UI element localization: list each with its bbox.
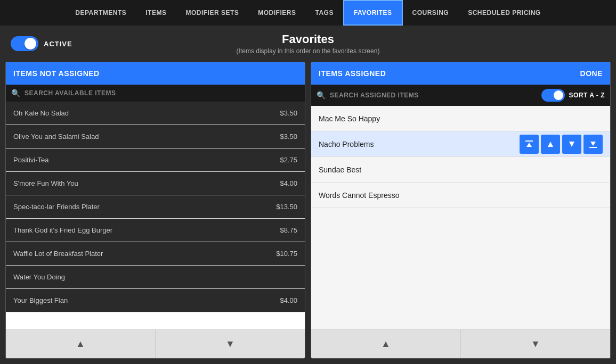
toggle-knob bbox=[25, 38, 36, 49]
svg-rect-5 bbox=[589, 147, 597, 148]
item-name: Positivi-Tea bbox=[13, 156, 48, 164]
done-button[interactable]: DONE bbox=[580, 69, 603, 78]
assigned-list-item[interactable]: Sundae Best bbox=[311, 157, 610, 183]
assigned-scroll-down-button[interactable] bbox=[461, 330, 610, 358]
assigned-footer bbox=[311, 329, 610, 358]
search-assigned-input[interactable] bbox=[330, 92, 537, 99]
list-item[interactable]: Water You Doing bbox=[6, 266, 305, 289]
not-assigned-header: ITEMS NOT ASSIGNED bbox=[6, 62, 305, 85]
list-item[interactable]: S'more Fun With You $4.00 bbox=[6, 172, 305, 195]
not-assigned-search-bar: 🔍 bbox=[6, 85, 305, 102]
svg-rect-0 bbox=[525, 140, 533, 142]
page-title: Favorites bbox=[237, 32, 380, 46]
item-name: Oh Kale No Salad bbox=[13, 109, 69, 117]
nav-departments[interactable]: DEPARTMENTS bbox=[66, 0, 136, 26]
item-price: $13.50 bbox=[276, 203, 297, 211]
main-content: ITEMS NOT ASSIGNED 🔍 Oh Kale No Salad $3… bbox=[0, 62, 616, 364]
item-name: S'more Fun With You bbox=[13, 179, 78, 187]
item-name: Waffle Lot of Breakfast Plater bbox=[13, 250, 103, 258]
item-price: $3.50 bbox=[280, 109, 297, 117]
item-name: Your Biggest Flan bbox=[13, 296, 68, 304]
assigned-list-item[interactable]: Nacho Problems bbox=[311, 131, 610, 157]
item-price: $3.50 bbox=[280, 133, 297, 140]
not-assigned-title: ITEMS NOT ASSIGNED bbox=[13, 69, 100, 78]
assigned-list-item[interactable]: Words Cannot Espresso bbox=[311, 183, 610, 208]
sort-toggle[interactable] bbox=[541, 89, 565, 102]
item-price: $4.00 bbox=[280, 296, 297, 304]
sort-toggle-knob bbox=[554, 90, 563, 100]
svg-marker-2 bbox=[548, 142, 553, 147]
assigned-panel: ITEMS ASSIGNED DONE 🔍 SORT A - Z Mac Me … bbox=[311, 62, 611, 359]
list-item[interactable]: Your Biggest Flan $4.00 bbox=[6, 289, 305, 312]
assigned-item-name: Mac Me So Happy bbox=[319, 114, 380, 123]
list-item[interactable]: Thank God it's Fried Egg Burger $8.75 bbox=[6, 219, 305, 242]
svg-marker-4 bbox=[590, 142, 596, 146]
item-name: Spec-taco-lar Friends Plater bbox=[13, 203, 100, 211]
active-toggle-wrap[interactable]: ACTIVE bbox=[11, 36, 72, 51]
nav-scheduled-pricing[interactable]: SCHEDULED PRICING bbox=[458, 0, 550, 26]
top-navigation: DEPARTMENTS ITEMS MODIFIER SETS MODIFIER… bbox=[0, 0, 616, 26]
nav-modifier-sets[interactable]: MODIFIER SETS bbox=[176, 0, 248, 26]
nav-modifiers[interactable]: MODIFIERS bbox=[248, 0, 305, 26]
nav-tags[interactable]: TAGS bbox=[305, 0, 343, 26]
page-subtitle: (Items display in this order on the favo… bbox=[237, 47, 380, 55]
not-assigned-list: Oh Kale No Salad $3.50 Olive You and Sal… bbox=[6, 102, 305, 329]
not-assigned-footer bbox=[6, 329, 305, 358]
header-center: Favorites (Items display in this order o… bbox=[237, 32, 380, 55]
list-item[interactable]: Oh Kale No Salad $3.50 bbox=[6, 102, 305, 125]
assigned-header: ITEMS ASSIGNED DONE bbox=[311, 62, 610, 85]
search-assigned-icon: 🔍 bbox=[317, 91, 326, 100]
nav-favorites[interactable]: FAVORITES bbox=[343, 0, 403, 26]
list-item[interactable]: Waffle Lot of Breakfast Plater $10.75 bbox=[6, 242, 305, 266]
scroll-up-button[interactable] bbox=[6, 330, 156, 358]
page-header: ACTIVE Favorites (Items display in this … bbox=[0, 26, 616, 62]
search-icon: 🔍 bbox=[11, 89, 20, 97]
row-actions bbox=[520, 135, 603, 154]
list-item[interactable]: Positivi-Tea $2.75 bbox=[6, 148, 305, 172]
item-name: Water You Doing bbox=[13, 273, 65, 281]
sort-label: SORT A - Z bbox=[569, 92, 605, 99]
assigned-item-name: Nacho Problems bbox=[319, 140, 374, 148]
assigned-title: ITEMS ASSIGNED bbox=[319, 69, 386, 78]
item-price: $10.75 bbox=[276, 250, 297, 258]
header-left: ACTIVE bbox=[11, 36, 72, 51]
assigned-scroll-up-button[interactable] bbox=[311, 330, 461, 358]
scroll-down-button[interactable] bbox=[156, 330, 305, 358]
list-item[interactable]: Olive You and Salami Salad $3.50 bbox=[6, 125, 305, 148]
item-price: $4.00 bbox=[280, 179, 297, 187]
nav-items[interactable]: ITEMS bbox=[136, 0, 176, 26]
assigned-item-name: Words Cannot Espresso bbox=[319, 191, 399, 200]
assigned-item-name: Sundae Best bbox=[319, 166, 361, 174]
assigned-list-item[interactable]: Mac Me So Happy bbox=[311, 106, 610, 131]
move-up-button[interactable] bbox=[541, 135, 560, 154]
svg-marker-3 bbox=[569, 142, 574, 147]
toggle-label: ACTIVE bbox=[44, 40, 72, 48]
active-toggle[interactable] bbox=[11, 36, 38, 51]
move-down-button[interactable] bbox=[562, 135, 581, 154]
item-name: Olive You and Salami Salad bbox=[13, 133, 99, 140]
item-price: $8.75 bbox=[280, 226, 297, 234]
move-to-top-button[interactable] bbox=[520, 135, 539, 154]
assigned-search-bar: 🔍 SORT A - Z bbox=[311, 85, 610, 106]
move-to-bottom-button[interactable] bbox=[583, 135, 603, 154]
search-available-input[interactable] bbox=[25, 89, 299, 97]
assigned-list: Mac Me So Happy Nacho Problems bbox=[311, 106, 610, 329]
sort-toggle-wrap[interactable]: SORT A - Z bbox=[541, 89, 605, 102]
svg-marker-1 bbox=[526, 143, 532, 147]
not-assigned-panel: ITEMS NOT ASSIGNED 🔍 Oh Kale No Salad $3… bbox=[5, 62, 305, 359]
item-name: Thank God it's Fried Egg Burger bbox=[13, 226, 112, 234]
nav-coursing[interactable]: COURSING bbox=[403, 0, 459, 26]
item-price: $2.75 bbox=[280, 156, 297, 164]
list-item[interactable]: Spec-taco-lar Friends Plater $13.50 bbox=[6, 195, 305, 219]
